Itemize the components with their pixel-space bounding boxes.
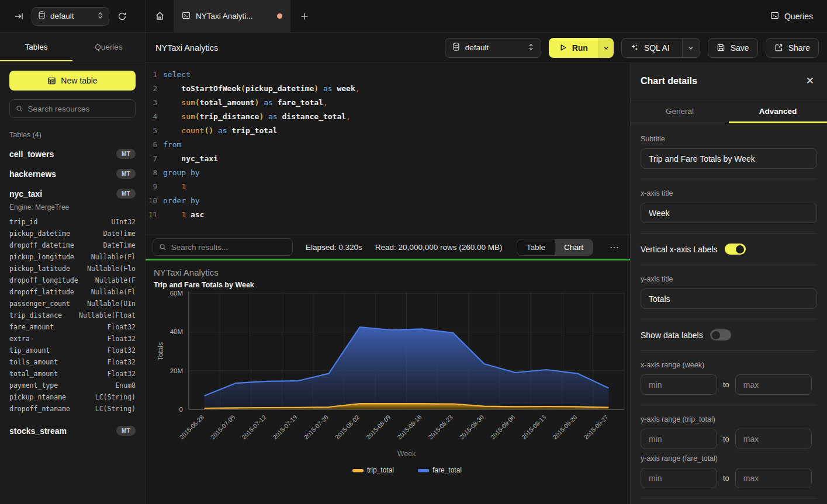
column-name: pickup_longitude — [9, 251, 74, 263]
results-search[interactable] — [153, 238, 293, 256]
share-button[interactable]: Share — [766, 38, 819, 58]
save-button[interactable]: Save — [708, 38, 758, 58]
column-type: Nullable(Float — [79, 310, 136, 321]
column-row[interactable]: pickup_latitudeNullable(Flo — [9, 263, 136, 274]
view-toggle-table[interactable]: Table — [517, 239, 555, 255]
column-row[interactable]: pickup_longitudeNullable(Fl — [9, 251, 136, 263]
collapse-sidebar-icon[interactable] — [12, 9, 26, 23]
database-selector[interactable]: default — [32, 7, 109, 26]
column-row[interactable]: pickup_ntanameLC(String) — [9, 391, 136, 403]
svg-text:2015-08-09: 2015-08-09 — [365, 413, 392, 441]
sql-ai-options-button[interactable] — [682, 39, 700, 57]
close-icon[interactable]: ✕ — [806, 75, 814, 87]
line-number: 1 — [146, 68, 163, 82]
divider — [641, 265, 817, 265]
column-name: payment_type — [9, 380, 58, 391]
column-row[interactable]: trip_idUInt32 — [9, 216, 136, 228]
run-button[interactable]: Run — [549, 38, 598, 58]
y-range-trip-min-input[interactable] — [641, 429, 717, 449]
data-labels-toggle[interactable] — [710, 329, 731, 340]
column-type: Nullable(UIn — [87, 298, 136, 310]
x-axis-title-input[interactable] — [641, 203, 817, 223]
column-row[interactable]: pickup_datetimeDateTime — [9, 228, 136, 239]
new-tab-button[interactable] — [290, 0, 319, 32]
sidebar-search-input[interactable] — [28, 105, 129, 113]
column-row[interactable]: tip_amountFloat32 — [9, 345, 136, 356]
column-row[interactable]: total_amountFloat32 — [9, 368, 136, 380]
column-row[interactable]: dropoff_ntanameLC(String) — [9, 403, 136, 415]
sql-editor[interactable]: 1select2 toStartOfWeek(pickup_datetime) … — [146, 63, 630, 235]
column-row[interactable]: passenger_countNullable(UIn — [9, 298, 136, 310]
home-button[interactable] — [146, 0, 174, 32]
view-toggle-chart[interactable]: Chart — [555, 239, 593, 255]
mergetree-badge: MT — [116, 169, 136, 179]
table-name: stocks_stream — [9, 426, 67, 436]
more-options-icon[interactable]: ⋯ — [606, 242, 623, 253]
panel-tab-general[interactable]: General — [631, 99, 729, 123]
column-row[interactable]: dropoff_datetimeDateTime — [9, 239, 136, 251]
x-range-max-input[interactable] — [735, 374, 812, 395]
sidebar-tab-queries[interactable]: Queries — [72, 33, 145, 61]
column-type: Float32 — [108, 368, 136, 380]
x-range-min-input[interactable] — [641, 374, 717, 395]
queries-button[interactable]: Queries — [770, 11, 813, 22]
column-row[interactable]: tolls_amountFloat32 — [9, 356, 136, 368]
vertical-labels-row: Vertical x-axis Labels — [641, 244, 817, 255]
chart-panel: NYTaxi Analytics Trip and Fare Totals by… — [146, 260, 630, 504]
chart-plot[interactable]: 020M40M60M2015-06-282015-07-052015-07-12… — [154, 290, 630, 493]
svg-text:2015-07-19: 2015-07-19 — [271, 413, 299, 441]
x-range-inputs: to — [641, 374, 817, 395]
svg-text:40M: 40M — [170, 328, 183, 335]
results-search-input[interactable] — [171, 243, 286, 252]
column-name: extra — [9, 333, 30, 345]
subtitle-input[interactable] — [641, 148, 817, 169]
column-type: Enum8 — [115, 380, 136, 391]
unsaved-dot-icon — [277, 13, 282, 19]
run-options-button[interactable] — [598, 38, 614, 58]
sidebar-tab-tables[interactable]: Tables — [0, 33, 72, 61]
column-row[interactable]: trip_distanceNullable(Float — [9, 310, 136, 321]
vertical-labels-toggle[interactable] — [725, 244, 746, 255]
subtitle-label: Subtitle — [641, 135, 817, 143]
query-database-selector[interactable]: default — [445, 38, 541, 58]
sql-ai-button[interactable]: SQL AI — [621, 38, 700, 58]
y-range-trip-inputs: to — [641, 429, 817, 449]
refresh-icon[interactable] — [115, 9, 129, 23]
panel-header: Chart details ✕ — [631, 63, 827, 99]
svg-text:2015-09-27: 2015-09-27 — [582, 413, 610, 441]
column-row[interactable]: payment_typeEnum8 — [9, 380, 136, 391]
to-label: to — [723, 474, 729, 482]
column-type: Float32 — [108, 345, 136, 356]
sidebar-item-stocks-stream[interactable]: stocks_stream MT — [9, 426, 136, 436]
column-row[interactable]: fare_amountFloat32 — [9, 321, 136, 333]
chevron-updown-icon — [98, 12, 103, 21]
sql-console-app: default NYTaxi Analyti... — [0, 0, 827, 504]
panel-tab-advanced[interactable]: Advanced — [729, 99, 827, 123]
query-database-value: default — [465, 43, 489, 52]
sidebar-item-hackernews[interactable]: hackernews MT — [9, 169, 136, 179]
line-number: 6 — [146, 138, 163, 152]
tab-nytaxi-analytics[interactable]: NYTaxi Analyti... — [174, 0, 290, 32]
code-text: sum(total_amount) as fare_total, — [163, 96, 328, 110]
sidebar-item-cell-towers[interactable]: cell_towers MT — [9, 149, 136, 159]
y-axis-title-input[interactable] — [641, 289, 817, 309]
column-type: LC(String) — [95, 403, 136, 415]
sidebar-content: New table Tables (4) cell_towers MT hack… — [0, 61, 145, 504]
topbar-right: Queries — [756, 0, 827, 33]
code-line: 5 count() as trip_total — [146, 124, 630, 138]
new-table-button[interactable]: New table — [9, 71, 136, 91]
y-range-fare-max-input[interactable] — [735, 468, 812, 488]
code-line: 6from — [146, 138, 630, 152]
sidebar-search[interactable] — [9, 99, 136, 118]
svg-text:20M: 20M — [170, 367, 183, 374]
y-range-trip-max-input[interactable] — [735, 429, 812, 449]
save-icon — [717, 43, 725, 52]
column-row[interactable]: dropoff_longitudeNullable(F — [9, 274, 136, 286]
panel-tabs: General Advanced — [631, 99, 827, 123]
editor-column: 1select2 toStartOfWeek(pickup_datetime) … — [146, 63, 630, 504]
y-range-fare-min-input[interactable] — [641, 468, 717, 488]
sidebar-item-nyc-taxi[interactable]: nyc_taxi MT — [9, 189, 136, 199]
column-row[interactable]: extraFloat32 — [9, 333, 136, 345]
code-text: nyc_taxi — [163, 152, 218, 166]
column-row[interactable]: dropoff_latitudeNullable(Fl — [9, 286, 136, 298]
